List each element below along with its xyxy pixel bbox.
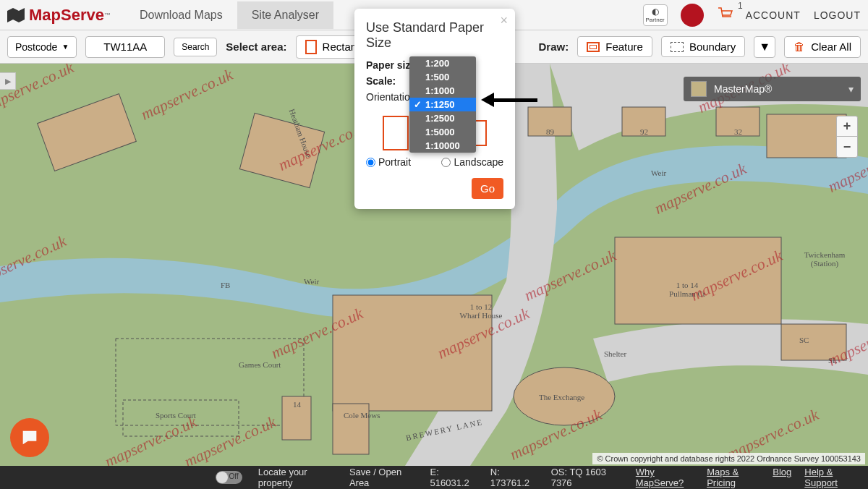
boundary-tool-button[interactable]: Boundary: [661, 36, 745, 57]
svg-rect-14: [282, 396, 311, 440]
rectangle-icon: [305, 40, 317, 54]
chat-icon: [20, 428, 40, 448]
scale-option[interactable]: 1:500: [409, 70, 476, 84]
trash-icon: 🗑: [793, 41, 805, 54]
save-area-link[interactable]: Save / Open Area: [349, 467, 414, 488]
scale-option[interactable]: 1:1000: [409, 84, 476, 98]
zoom-control: + −: [836, 116, 858, 158]
help-link[interactable]: Help & Support: [804, 467, 858, 488]
svg-point-12: [514, 367, 615, 425]
why-link[interactable]: Why MapServe?: [636, 467, 694, 488]
tab-download-maps[interactable]: Download Maps: [125, 1, 237, 29]
portrait-preview-icon[interactable]: [383, 116, 409, 150]
modal-title: Use Standard Paper Size: [366, 20, 503, 51]
expand-panel-button[interactable]: ▶: [0, 72, 16, 90]
logo-icon: [7, 8, 25, 22]
svg-rect-9: [781, 324, 846, 360]
logo[interactable]: MapServe™: [7, 6, 111, 25]
partner-badge[interactable]: ◐Partner: [643, 4, 668, 26]
basket-count: 1: [738, 1, 743, 11]
coord-n: N: 173761.2: [490, 467, 535, 488]
layer-swatch-icon: [691, 81, 707, 97]
feature-icon: [587, 42, 600, 52]
close-button[interactable]: ×: [500, 13, 508, 28]
chat-button[interactable]: [10, 418, 49, 457]
coord-os: OS: TQ 1603 7376: [551, 467, 620, 488]
zoom-in-button[interactable]: +: [837, 116, 857, 137]
annotation-arrow-icon: [481, 93, 537, 107]
svg-rect-6: [528, 107, 571, 136]
svg-rect-5: [767, 114, 846, 158]
basket-icon[interactable]: 1: [717, 7, 733, 23]
svg-rect-4: [615, 237, 781, 324]
header-right: ◐Partner 1 ACCOUNT LOGOUT: [643, 4, 861, 27]
layer-name: MasterMap®: [714, 83, 772, 95]
blog-link[interactable]: Blog: [773, 467, 791, 488]
coord-e: E: 516031.2: [430, 467, 475, 488]
chevron-down-icon: ▾: [848, 83, 854, 95]
scale-option[interactable]: 1:200: [409, 56, 476, 70]
scale-option-selected[interactable]: 1:1250: [409, 98, 476, 111]
tab-site-analyser[interactable]: Site Analyser: [237, 1, 333, 29]
layer-picker[interactable]: MasterMap® ▾: [684, 77, 861, 101]
logout-link[interactable]: LOGOUT: [814, 9, 861, 21]
select-area-label: Select area:: [226, 41, 286, 53]
scale-option[interactable]: 1:5000: [409, 125, 476, 139]
footer-bar: Off Locate your property Save / Open Are…: [0, 466, 868, 489]
postcode-input[interactable]: [85, 36, 165, 58]
postcode-dropdown[interactable]: Postcode ▼: [7, 36, 77, 58]
scale-option[interactable]: 1:10000: [409, 139, 476, 153]
map-attribution: © Crown copyright and database rights 20…: [592, 453, 865, 464]
scale-option[interactable]: 1:2500: [409, 111, 476, 125]
svg-rect-3: [333, 295, 492, 411]
landscape-radio[interactable]: Landscape: [441, 156, 503, 168]
logo-tm: ™: [104, 12, 111, 19]
feature-tool-button[interactable]: Feature: [577, 36, 652, 57]
go-button[interactable]: Go: [472, 178, 503, 199]
svg-rect-13: [333, 404, 369, 454]
search-button[interactable]: Search: [174, 38, 217, 56]
boundary-options-button[interactable]: ▼: [754, 36, 775, 58]
boundary-icon: [671, 42, 684, 52]
clear-all-button[interactable]: 🗑Clear All: [784, 36, 861, 58]
locate-toggle[interactable]: Off: [216, 471, 242, 484]
pricing-link[interactable]: Maps & Pricing: [707, 467, 760, 488]
portrait-radio[interactable]: Portrait: [366, 156, 411, 168]
locate-label: Locate your property: [258, 467, 333, 488]
svg-rect-7: [622, 107, 665, 136]
draw-label: Draw:: [539, 41, 569, 53]
crest-badge-icon[interactable]: [681, 4, 704, 27]
scale-dropdown[interactable]: 1:200 1:500 1:1000 1:1250 1:2500 1:5000 …: [409, 56, 476, 153]
account-link[interactable]: ACCOUNT: [746, 9, 801, 21]
logo-text: MapServe: [29, 6, 104, 25]
svg-rect-8: [716, 107, 760, 136]
nav-tabs: Download Maps Site Analyser: [125, 1, 333, 29]
zoom-out-button[interactable]: −: [837, 137, 857, 157]
